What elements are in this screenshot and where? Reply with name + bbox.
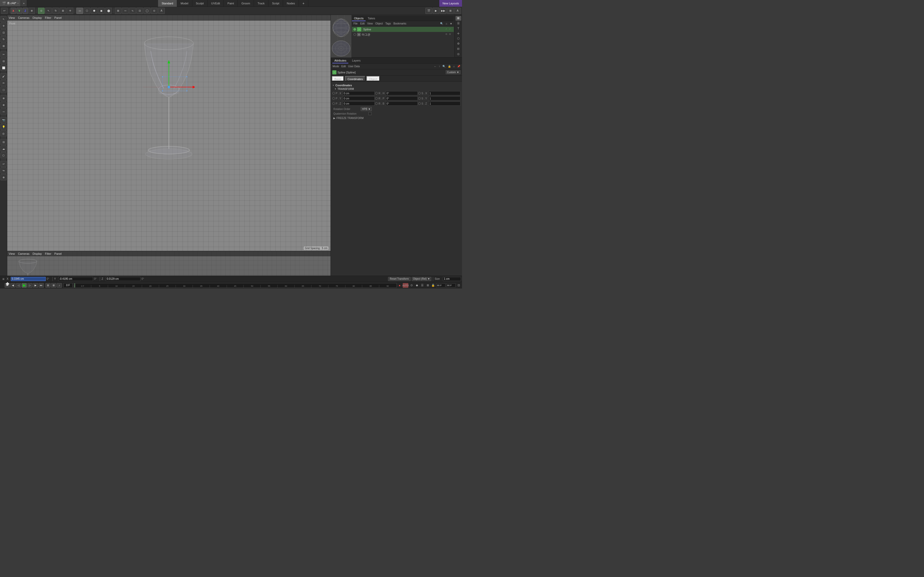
ri-material-btn[interactable]: ⬡ bbox=[456, 36, 461, 41]
tab-nodes[interactable]: Nodes bbox=[283, 0, 299, 7]
attr-edit-btn[interactable]: Edit bbox=[341, 65, 347, 68]
ri-takes-btn[interactable]: ☰ bbox=[456, 21, 461, 26]
btb-y-value[interactable] bbox=[58, 277, 93, 281]
ri-tag-btn[interactable]: ◎ bbox=[456, 52, 461, 56]
new-layouts-button[interactable]: New Layouts bbox=[439, 0, 462, 7]
obj-item-korean[interactable]: ⊞ 마그관 ⊡ ⊡ bbox=[352, 32, 454, 37]
viewport-canvas[interactable]: Front View Cameras Display Filter Panel bbox=[7, 15, 331, 251]
ri-settings-btn[interactable]: ⚙ bbox=[456, 42, 461, 46]
tab-sculpt[interactable]: Sculpt bbox=[192, 0, 208, 7]
sy-input[interactable] bbox=[428, 96, 460, 100]
ri-coord-btn[interactable]: ✛ bbox=[456, 31, 461, 36]
tab-model[interactable]: Model bbox=[177, 0, 192, 7]
tl-lock-btn[interactable]: 🔒 bbox=[431, 283, 435, 288]
world-coord-btn[interactable]: ⊕ bbox=[28, 8, 35, 14]
sx-circle[interactable] bbox=[418, 92, 421, 95]
pz-circle[interactable] bbox=[332, 102, 335, 105]
play-btn[interactable]: ▶ bbox=[22, 283, 27, 288]
vp-menu-view[interactable]: View bbox=[9, 16, 15, 19]
attr-basic-tab[interactable]: Basic bbox=[332, 76, 344, 81]
vp-menu-display[interactable]: Display bbox=[32, 16, 42, 19]
ri-text-btn[interactable]: T bbox=[456, 26, 461, 31]
end-frame-input[interactable] bbox=[446, 283, 456, 287]
rotate-tool[interactable]: ↻ bbox=[0, 36, 7, 42]
attr-lock[interactable]: 🔒 bbox=[447, 65, 452, 68]
tab-standard[interactable]: Standard bbox=[158, 0, 177, 7]
erase-tool[interactable]: ◻ bbox=[0, 87, 7, 93]
key-mode-btn[interactable]: ⊞ bbox=[45, 283, 50, 288]
skip-end-btn[interactable]: ⏭ bbox=[39, 283, 44, 288]
btb-z-value[interactable] bbox=[106, 277, 141, 281]
obj-object-btn[interactable]: Object bbox=[375, 22, 384, 25]
attr-tab-attributes[interactable]: Attributes bbox=[332, 58, 348, 63]
obj-tags-btn[interactable]: Tags bbox=[384, 22, 392, 25]
obj-action-1[interactable]: ⊡ bbox=[446, 33, 449, 36]
key-all-btn[interactable]: ⊠ bbox=[51, 283, 56, 288]
spline-btn[interactable]: ∿ bbox=[129, 8, 136, 14]
px-input[interactable] bbox=[342, 91, 375, 95]
step-fwd-btn[interactable]: ▶ bbox=[33, 283, 38, 288]
tab-script[interactable]: Script bbox=[268, 0, 283, 7]
rh-input[interactable] bbox=[385, 91, 417, 95]
new-tab-btn[interactable]: + bbox=[21, 0, 27, 6]
step-back-btn[interactable]: ◀ bbox=[10, 283, 16, 288]
obj-edit-btn[interactable]: Edit bbox=[359, 22, 365, 25]
knife-tool[interactable]: ✂ bbox=[0, 51, 7, 58]
frame-display[interactable] bbox=[63, 283, 73, 288]
obj-item-spline[interactable]: ~ Spline ✓ ✓ bbox=[352, 27, 454, 32]
axis-z-btn[interactable]: Z bbox=[23, 8, 28, 14]
sz-circle[interactable] bbox=[418, 102, 421, 105]
attr-object-tab[interactable]: Object bbox=[366, 76, 380, 81]
btb-menu-btn[interactable]: ≡ bbox=[1, 277, 6, 281]
mirror-tool[interactable]: ⇿ bbox=[0, 108, 7, 114]
step-back-frame-btn[interactable]: ◁ bbox=[16, 283, 21, 288]
particle-btn[interactable]: ⊙ bbox=[151, 8, 158, 14]
sx-input[interactable] bbox=[428, 91, 460, 95]
paint-tool[interactable]: ✏ bbox=[0, 80, 7, 86]
rb-circle[interactable] bbox=[375, 102, 378, 105]
pz-input[interactable] bbox=[342, 102, 375, 106]
py-input[interactable] bbox=[342, 96, 375, 100]
tl-maximize-btn[interactable]: ⊡ bbox=[456, 283, 461, 288]
sv-menu-filter[interactable]: Filter bbox=[45, 252, 51, 255]
quaternion-checkbox[interactable] bbox=[368, 112, 372, 115]
portal-tool[interactable]: ⬡ bbox=[0, 152, 7, 158]
rh-circle[interactable] bbox=[375, 92, 378, 95]
file-tab[interactable]: 🎬 휴.c4d* × bbox=[0, 0, 21, 6]
tl-layer-btn[interactable]: ☰ bbox=[420, 283, 425, 288]
timeline-track[interactable]: 0 F 5 10 15 20 25 30 35 40 45 50 55 60 6… bbox=[73, 283, 397, 288]
sv-menu-view[interactable]: View bbox=[9, 252, 15, 255]
mini-viewport[interactable] bbox=[331, 15, 351, 58]
select-tool[interactable]: ↖ bbox=[0, 16, 7, 22]
attr-pin[interactable]: 📌 bbox=[456, 65, 461, 68]
icon-btn-2[interactable]: A bbox=[454, 8, 461, 14]
magnet-tool[interactable]: ⊕ bbox=[0, 95, 7, 101]
axis-x-btn[interactable]: X bbox=[11, 8, 16, 14]
start-frame-input[interactable] bbox=[436, 283, 446, 287]
tl-record-btn[interactable]: ● bbox=[397, 283, 402, 288]
freeze-transform-btn[interactable]: ▶ FREEZE TRANSFORM bbox=[333, 117, 459, 119]
deform-btn[interactable]: ⊡ bbox=[136, 8, 143, 14]
null-tool[interactable]: ◎ bbox=[0, 131, 7, 137]
tab-uvedit[interactable]: UVEdit bbox=[208, 0, 224, 7]
obj-visibility-circle[interactable] bbox=[354, 28, 356, 31]
object-rel-dropdown[interactable]: Object (Rel) ▼ bbox=[412, 277, 431, 281]
transform-tool[interactable]: ⊞ bbox=[0, 43, 7, 49]
attr-arrow-up[interactable]: ↑ bbox=[438, 65, 441, 68]
attr-search[interactable]: 🔍 bbox=[442, 65, 446, 68]
solid-btn[interactable]: ◼ bbox=[98, 8, 105, 14]
obj-home-btn[interactable]: ⌂ bbox=[445, 22, 448, 25]
frame-btn[interactable]: ▭ bbox=[76, 8, 83, 14]
btb-size-value[interactable] bbox=[443, 277, 461, 281]
attr-arrow-left[interactable]: ← bbox=[433, 65, 437, 68]
grid-btn[interactable]: ⊞ bbox=[115, 8, 121, 14]
render-all-btn[interactable]: ▶▶ bbox=[440, 8, 446, 14]
vp-menu-cameras[interactable]: Cameras bbox=[18, 16, 30, 19]
bulge-tool[interactable]: ⊕ bbox=[0, 174, 7, 181]
px-circle[interactable] bbox=[332, 92, 335, 95]
tab-groom[interactable]: Groom bbox=[238, 0, 254, 7]
reset-transform-btn[interactable]: Reset Transform bbox=[388, 277, 411, 281]
fill-tool[interactable]: ⬜ bbox=[0, 64, 7, 71]
attr-userdata-btn[interactable]: User Data bbox=[347, 65, 360, 68]
audio-btn[interactable]: ♪ bbox=[57, 283, 62, 288]
